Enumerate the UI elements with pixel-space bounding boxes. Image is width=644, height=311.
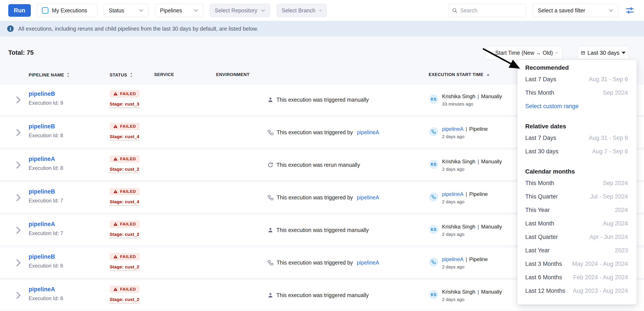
pipeline-name-cell: pipelineB Execution Id: 9	[29, 90, 63, 106]
pipeline-name-cell: pipelineA Execution Id: 7	[29, 221, 63, 236]
execution-time-ago: 2 days ago	[442, 232, 502, 237]
row-expand-button[interactable]	[16, 161, 21, 169]
filter-settings-button[interactable]	[625, 6, 635, 16]
date-menu-item[interactable]: This Year 2024	[525, 203, 628, 217]
date-menu-section: Relative dates Last 7 Days Aug 31 - Sep …	[525, 122, 628, 158]
failed-stage-link[interactable]: Stage: cust_4	[110, 134, 140, 140]
menu-select-custom-range[interactable]: Select custom range	[525, 100, 628, 113]
date-menu-item[interactable]: Last 30 days Aug 7 - Sep 6	[525, 145, 628, 158]
chevron-right-icon	[16, 161, 21, 169]
header-environment[interactable]: ENVIRONMENT	[216, 72, 250, 77]
row-expand-button[interactable]	[16, 194, 21, 201]
header-execution-start-time[interactable]: EXECUTION START TIME	[428, 72, 490, 77]
date-menu-item[interactable]: This Month Sep 2024	[525, 86, 628, 100]
date-range-button[interactable]: Last 30 days	[578, 46, 629, 60]
starter-details: pipelineA | Pipeline 2 days ago	[442, 191, 488, 204]
date-menu-item[interactable]: Last 12 Months Aug 2023 - Aug 2024	[525, 284, 628, 298]
starter-mode: Pipeline	[469, 191, 488, 197]
pipeline-name-link[interactable]: pipelineB	[29, 90, 63, 97]
person-icon	[268, 97, 273, 103]
date-menu-item[interactable]: Last Month Aug 2024	[525, 217, 628, 230]
failed-stage-link[interactable]: Stage: cust_2	[110, 232, 140, 238]
chevron-right-icon	[16, 292, 21, 299]
starter-details: Krishika Singh | Manually 33 minutes ago	[442, 93, 502, 106]
trigger-info-cell: This execution was triggered manually	[268, 280, 369, 310]
row-expand-button[interactable]	[16, 96, 21, 104]
failed-stage-link[interactable]: Stage: cust_2	[110, 166, 140, 173]
avatar: KS	[429, 225, 438, 234]
trigger-pipeline-link[interactable]: pipelineA	[357, 194, 379, 201]
date-menu-item[interactable]: Last 3 Months May 2024 - Aug 2024	[525, 257, 628, 270]
date-menu-item[interactable]: Last 6 Months Feb 2024 - Aug 2024	[525, 270, 628, 284]
pipeline-name-link[interactable]: pipelineB	[29, 254, 63, 260]
date-menu-section-header: Calendar months	[525, 167, 628, 176]
pipelines-filter-dropdown[interactable]: Pipelines	[155, 4, 203, 17]
rerun-icon	[268, 162, 273, 168]
my-executions-toggle[interactable]: My Executions	[37, 4, 97, 17]
trigger-pipeline-link[interactable]: pipelineA	[357, 129, 379, 136]
chevron-right-icon	[16, 194, 21, 201]
chevron-down-icon	[556, 52, 558, 54]
row-expand-button[interactable]	[16, 259, 21, 266]
svg-text:i: i	[10, 26, 11, 32]
branch-filter-dropdown[interactable]: Select Branch	[276, 4, 327, 17]
failed-stage-link[interactable]: Stage: cust_3	[110, 102, 140, 108]
starter-details: Krishika Singh | Manually 2 days ago	[442, 289, 502, 302]
header-service[interactable]: SERVICE	[154, 72, 174, 77]
header-pipeline-name[interactable]: PIPELINE NAME	[29, 72, 70, 78]
pipeline-name-link[interactable]: pipelineA	[29, 286, 63, 293]
avatar	[429, 127, 438, 136]
row-expand-button[interactable]	[16, 129, 21, 136]
sort-both-icon	[67, 72, 70, 78]
top-toolbar: Run My Executions Status Pipelines Selec…	[0, 0, 644, 21]
status-badge: FAILED	[110, 123, 140, 130]
warning-icon	[113, 156, 118, 161]
row-expand-button[interactable]	[16, 226, 21, 234]
status-cell: FAILED Stage: cust_3	[110, 90, 140, 108]
date-menu-item[interactable]: This Quarter Jul - Sep 2024	[525, 190, 628, 203]
info-banner: i All executions, including reruns and c…	[0, 21, 644, 36]
pipeline-name-link[interactable]: pipelineA	[29, 156, 63, 162]
failed-stage-link[interactable]: Stage: cust_2	[110, 297, 140, 304]
sort-direction-icon	[489, 51, 493, 54]
starter-name: Krishika Singh	[442, 93, 475, 99]
start-time-cell: pipelineA | Pipeline 2 days ago	[429, 256, 488, 269]
sort-both-icon	[130, 72, 133, 78]
status-filter-dropdown[interactable]: Status	[104, 4, 148, 17]
run-button[interactable]: Run	[8, 4, 31, 17]
warning-icon	[113, 189, 118, 194]
date-menu-item[interactable]: This Month Sep 2024	[525, 176, 628, 190]
person-icon	[268, 292, 273, 298]
pipeline-name-cell: pipelineB Execution Id: 7	[29, 188, 63, 204]
execution-time-ago: 2 days ago	[442, 297, 502, 302]
pipeline-name-link[interactable]: pipelineB	[29, 123, 63, 130]
trigger-info-cell: This execution was triggered by pipeline…	[268, 182, 379, 213]
my-executions-checkbox[interactable]	[42, 7, 48, 14]
warning-icon	[113, 222, 118, 226]
starter-mode: Pipeline	[469, 256, 488, 262]
execution-time-ago: 33 minutes ago	[442, 101, 502, 106]
trigger-pipeline-link[interactable]: pipelineA	[357, 260, 379, 266]
starter-name: Krishika Singh	[442, 224, 475, 230]
trigger-text: This execution was rerun manually	[276, 162, 360, 168]
sort-dropdown[interactable]: Start Time (New → Old)	[485, 46, 562, 60]
trigger-info-cell: This execution was triggered by pipeline…	[268, 247, 379, 278]
date-menu-item[interactable]: Last Quarter Apr - Jun 2024	[525, 230, 628, 244]
date-menu-item[interactable]: Last 7 Days Aug 31 - Sep 6	[525, 131, 628, 145]
row-expand-button[interactable]	[16, 292, 21, 299]
header-status[interactable]: STATUS	[110, 72, 133, 78]
repository-filter-dropdown[interactable]: Select Repository	[210, 4, 270, 17]
failed-stage-link[interactable]: Stage: cust_4	[110, 199, 140, 206]
search-input[interactable]	[460, 8, 523, 14]
date-menu-item[interactable]: Last 7 Days Aug 31 - Sep 6	[525, 72, 628, 86]
pipeline-name-link[interactable]: pipelineA	[29, 221, 63, 228]
saved-filter-dropdown[interactable]: Select a saved filter	[533, 4, 618, 17]
my-executions-label: My Executions	[52, 8, 87, 14]
search-box[interactable]	[448, 4, 526, 17]
branch-filter-label: Select Branch	[282, 8, 316, 14]
repository-filter-label: Select Repository	[215, 8, 257, 14]
status-badge: FAILED	[110, 286, 140, 293]
failed-stage-link[interactable]: Stage: cust_2	[110, 264, 140, 271]
date-menu-item[interactable]: Last Year 2023	[525, 244, 628, 257]
pipeline-name-link[interactable]: pipelineB	[29, 188, 63, 195]
